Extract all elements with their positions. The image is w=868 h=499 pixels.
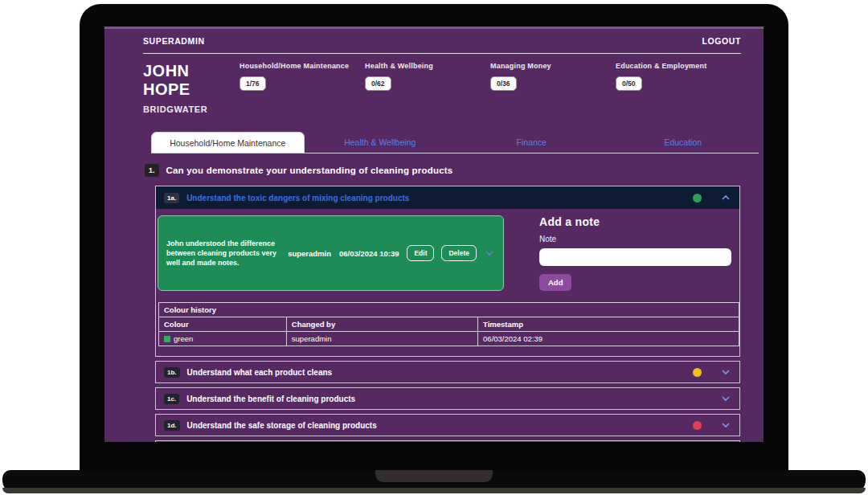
- app-screen: SUPERADMIN LOGOUT JOHN HOPE BRIDGWATER H…: [104, 27, 764, 442]
- chevron-down-icon[interactable]: [720, 366, 731, 378]
- tab-bar: Household/Home Maintenance Health & Well…: [151, 132, 759, 153]
- stat-count-badge: 0/50: [616, 76, 642, 91]
- chevron-down-icon[interactable]: [720, 419, 731, 431]
- question-row: 1. Can you demonstrate your understandin…: [145, 164, 764, 177]
- table-caption: Colour history: [159, 303, 739, 317]
- item-id-badge: 1d.: [164, 420, 180, 431]
- accordion-item-1a: 1a. Understand the toxic dangers of mixi…: [155, 186, 740, 357]
- stat-label: Education & Employment: [616, 62, 741, 70]
- accordion-item-1d[interactable]: 1d. Understand the safe storage of clean…: [155, 414, 740, 436]
- item-id-badge: 1c.: [164, 394, 179, 404]
- laptop-mockup: SUPERADMIN LOGOUT JOHN HOPE BRIDGWATER H…: [0, 0, 868, 499]
- add-note-title: Add a note: [539, 215, 731, 228]
- profile-header: JOHN HOPE BRIDGWATER Household/Home Main…: [143, 62, 741, 114]
- item-title: Understand the toxic dangers of mixing c…: [186, 194, 686, 202]
- stat-label: Health & Wellbeing: [365, 62, 490, 70]
- stat-count-badge: 0/36: [490, 76, 517, 91]
- laptop-base-strip: [2, 488, 866, 493]
- note-text: John understood the difference between c…: [166, 239, 280, 268]
- tab-household-home-maintenance[interactable]: Household/Home Maintenance: [151, 132, 305, 153]
- edit-note-button[interactable]: Edit: [407, 245, 434, 261]
- user-location: BRIDGWATER: [143, 104, 240, 114]
- chevron-down-icon[interactable]: [484, 247, 495, 259]
- note-input[interactable]: [539, 248, 731, 266]
- status-dot: [693, 421, 702, 430]
- colour-swatch: [164, 336, 170, 342]
- question-number-badge: 1.: [145, 164, 159, 177]
- stat-household: Household/Home Maintenance 1/76: [240, 62, 365, 114]
- accordion-header-1a[interactable]: 1a. Understand the toxic dangers of mixi…: [156, 186, 739, 209]
- accordion-item-1c[interactable]: 1c. Understand the benefit of cleaning p…: [155, 387, 740, 410]
- item-title: Understand the safe storage of cleaning …: [187, 421, 686, 430]
- chevron-up-icon[interactable]: [720, 192, 731, 203]
- top-navbar: SUPERADMIN LOGOUT: [143, 29, 741, 54]
- stat-label: Household/Home Maintenance: [240, 62, 365, 70]
- item-title: Understand what each product cleans: [187, 368, 686, 377]
- table-header-row: Colour Changed by Timestamp: [159, 317, 739, 332]
- delete-note-button[interactable]: Delete: [441, 245, 477, 261]
- item-id-badge: 1a.: [164, 193, 179, 203]
- accordion-body-1a: John understood the difference between c…: [156, 209, 739, 356]
- status-dot: [693, 194, 702, 202]
- logout-button[interactable]: LOGOUT: [702, 36, 741, 46]
- table-caption-row: Colour history: [159, 303, 739, 317]
- colour-value: green: [174, 334, 193, 343]
- tab-finance[interactable]: Finance: [456, 132, 608, 153]
- column-header-colour: Colour: [159, 317, 287, 332]
- laptop-base: [2, 470, 866, 493]
- user-block: JOHN HOPE BRIDGWATER: [143, 62, 240, 114]
- colour-history-table: Colour history Colour Changed by Timesta…: [158, 302, 739, 346]
- note-card: John understood the difference between c…: [158, 215, 504, 291]
- brand-label: SUPERADMIN: [143, 36, 205, 46]
- note-field-label: Note: [539, 235, 731, 243]
- category-stats: Household/Home Maintenance 1/76 Health &…: [240, 62, 741, 114]
- changed-by-cell: superadmin: [286, 332, 477, 346]
- column-header-changed-by: Changed by: [286, 317, 477, 332]
- stat-education: Education & Employment 0/50: [616, 62, 741, 114]
- stat-health: Health & Wellbeing 0/62: [365, 62, 490, 114]
- skills-accordion: 1a. Understand the toxic dangers of mixi…: [155, 186, 740, 442]
- item-id-badge: 1b.: [164, 367, 180, 378]
- tab-health-wellbeing[interactable]: Health & Wellbeing: [305, 132, 457, 153]
- add-note-button[interactable]: Add: [539, 274, 571, 291]
- tab-education[interactable]: Education: [608, 132, 760, 153]
- question-title: Can you demonstrate your understanding o…: [166, 166, 453, 175]
- timestamp-cell: 06/03/2024 02:39: [478, 332, 739, 346]
- laptop-notch: [375, 470, 493, 482]
- status-dot: [693, 368, 702, 377]
- add-note-section: Add a note Note Add: [539, 215, 731, 291]
- table-row: green superadmin 06/03/2024 02:39: [159, 332, 739, 346]
- accordion-item-1b[interactable]: 1b. Understand what each product cleans: [155, 361, 740, 383]
- chevron-down-icon[interactable]: [720, 393, 731, 404]
- accordion-item-1e[interactable]: 1e. Understand contact time with product…: [155, 440, 740, 442]
- stat-count-badge: 0/62: [365, 76, 391, 91]
- user-name: JOHN HOPE: [143, 62, 240, 99]
- colour-cell: green: [159, 332, 287, 346]
- note-author: superadmin: [288, 249, 331, 258]
- item-title: Understand the benefit of cleaning produ…: [186, 395, 713, 403]
- stat-count-badge: 1/76: [240, 76, 266, 91]
- note-timestamp: 06/03/2024 10:39: [338, 249, 399, 258]
- column-header-timestamp: Timestamp: [478, 317, 739, 332]
- stat-label: Managing Money: [490, 62, 616, 70]
- stat-money: Managing Money 0/36: [490, 62, 616, 114]
